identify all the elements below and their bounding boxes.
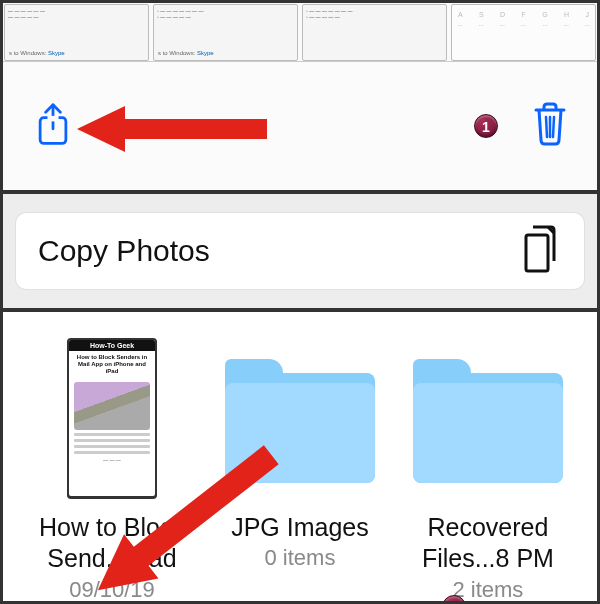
svg-rect-1 [47,116,58,122]
file-item-folder-jpg[interactable]: JPG Images 0 items [206,332,394,604]
file-name: Recovered Files...8 PM [422,512,554,575]
copy-photos-label: Copy Photos [38,234,210,268]
red-arrow-1 [77,104,267,154]
delete-button[interactable] [530,102,570,150]
safari-thumb-3[interactable]: ◦ — — — — — — —◦ — — — — — [302,4,447,61]
copy-photos-row[interactable]: Copy Photos [16,213,584,289]
file-name: JPG Images [231,512,369,543]
svg-marker-2 [77,106,267,152]
document-thumbnail: How-To Geek How to Block Senders in Mail… [67,338,157,498]
file-item-folder-recovered[interactable]: Recovered Files...8 PM 2 items [394,332,582,604]
safari-thumb-1[interactable]: — — — — — —— — — — — s to Windows: Skype [4,4,149,61]
share-button[interactable] [30,103,76,149]
app-switcher-thumbnails: — — — — — —— — — — — s to Windows: Skype… [2,2,598,62]
copy-icon [518,225,562,277]
share-sheet-step-2: Copy Photos 2 [2,192,598,310]
keyboard-thumb[interactable]: ASDFGHJ ⎵⎵⎵⎵⎵⎵⎵ [451,4,596,61]
file-date: 09/10/19 [69,575,155,605]
trash-icon [530,102,570,146]
safari-thumb-2[interactable]: ◦ — — — — — — —◦ — — — — — s to Windows:… [153,4,298,61]
file-item-document[interactable]: How-To Geek How to Block Senders in Mail… [18,332,206,604]
callout-badge-1: 1 [474,114,498,138]
file-item-count: 0 items [264,543,335,573]
files-grid-step-3: How-To Geek How to Block Senders in Mail… [2,310,598,604]
share-icon [33,103,73,149]
file-name: How to Block Send...iPad [39,512,185,575]
folder-icon [413,373,563,483]
toolbar-step-1: 1 [2,62,598,192]
folder-icon [225,373,375,483]
